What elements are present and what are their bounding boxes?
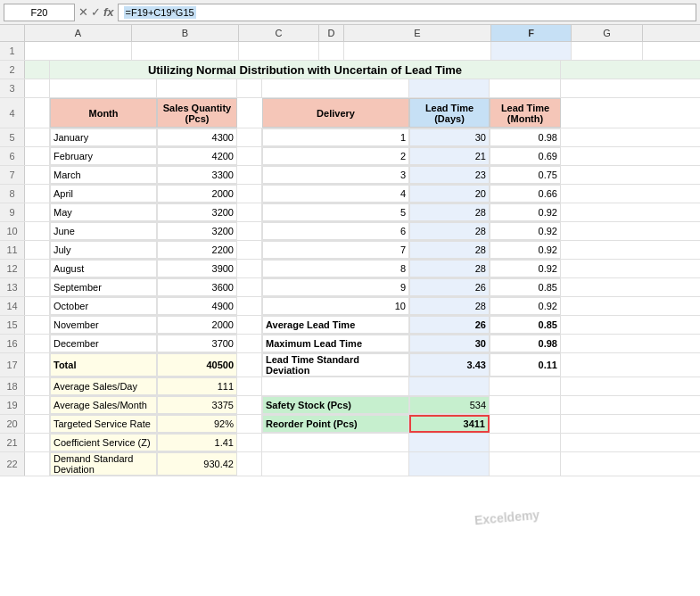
reorder-point-value[interactable]: 3411: [409, 415, 490, 433]
col-header-g: G: [572, 25, 643, 41]
column-headers: A B C D E F G: [0, 25, 700, 42]
row-3: 3: [0, 79, 700, 98]
spreadsheet: A B C D E F G 1 2 Utilizing Normal Distr…: [0, 25, 700, 476]
col-header-e: E: [344, 25, 491, 41]
formula-bar-icons: ✕ ✓ fx: [78, 5, 114, 19]
month-feb: February: [50, 147, 157, 165]
formula-bar[interactable]: =F19+C19*G15: [118, 4, 696, 21]
title-cell: Utilizing Normal Distribution with Uncer…: [50, 61, 561, 79]
month-jan: January: [50, 128, 157, 146]
formula-text: =F19+C19*G15: [124, 6, 196, 19]
row-5: 5 January 4300 1 30 0.98: [0, 128, 700, 147]
top-bar: F20 ✕ ✓ fx =F19+C19*G15: [0, 0, 700, 25]
avg-lead-time-label: Average Lead Time: [262, 316, 409, 334]
row-12: 12 August 3900 8 28 0.92: [0, 260, 700, 278]
col-header-c: C: [239, 25, 319, 41]
col-header-d: D: [319, 25, 344, 41]
col-header-a: A: [25, 25, 132, 41]
name-box[interactable]: F20: [4, 4, 75, 21]
row-8: 8 April 2000 4 20 0.66: [0, 185, 700, 203]
row-7: 7 March 3300 3 23 0.75: [0, 166, 700, 185]
row-15: 15 November 2000 Average Lead Time 26 0.…: [0, 316, 700, 335]
row-18: 18 Average Sales/Day 111: [0, 377, 700, 396]
row-22: 22 Demand Standard Deviation 930.42: [0, 452, 700, 476]
lt-days-1: 30: [409, 128, 490, 146]
month-header: Month: [50, 98, 157, 128]
corner-header: [0, 25, 25, 41]
row-1: 1: [0, 42, 700, 61]
month-july: July: [50, 241, 157, 259]
row-17: 17 Total 40500 Lead Time Standard Deviat…: [0, 353, 700, 377]
row-21: 21 Coefficient Service (Z) 1.41: [0, 434, 700, 452]
delivery-header: Delivery: [262, 98, 409, 128]
sales-jan: 4300: [157, 128, 237, 146]
lt-month-1: 0.98: [490, 128, 561, 146]
col-header-f: F: [491, 25, 572, 41]
watermark: Exceldemy: [474, 508, 539, 527]
lead-time-month-header: Lead Time(Month): [490, 98, 561, 128]
row-10: 10 June 3200 6 28 0.92: [0, 222, 700, 241]
safety-stock-value: 534: [409, 396, 490, 414]
row-13: 13 September 3600 9 26 0.85: [0, 278, 700, 297]
reorder-point-label: Reorder Point (Pcs): [262, 415, 409, 433]
row-11: 11 July 2200 7 28 0.92: [0, 241, 700, 260]
sales-qty-header: Sales Quantity(Pcs): [157, 98, 237, 128]
row-19: 19 Average Sales/Month 3375 Safety Stock…: [0, 396, 700, 415]
safety-stock-label: Safety Stock (Pcs): [262, 396, 409, 414]
row-14: 14 October 4900 10 28 0.92: [0, 297, 700, 316]
row-6: 6 February 4200 2 21 0.69: [0, 147, 700, 166]
row-20: 20 Targeted Service Rate 92% Reorder Poi…: [0, 415, 700, 434]
row-16: 16 December 3700 Maximum Lead Time 30 0.…: [0, 335, 700, 353]
delivery-1: 1: [262, 128, 409, 146]
row-4: 4 Month Sales Quantity(Pcs) Delivery Lea…: [0, 98, 700, 128]
function-icon: fx: [103, 5, 114, 19]
cancel-icon: ✕: [78, 5, 88, 19]
lead-time-days-header: Lead Time(Days): [409, 98, 490, 128]
row-9: 9 May 3200 5 28 0.92: [0, 203, 700, 222]
col-header-b: B: [132, 25, 239, 41]
confirm-icon: ✓: [91, 5, 101, 19]
row-2: 2 Utilizing Normal Distribution with Unc…: [0, 61, 700, 79]
